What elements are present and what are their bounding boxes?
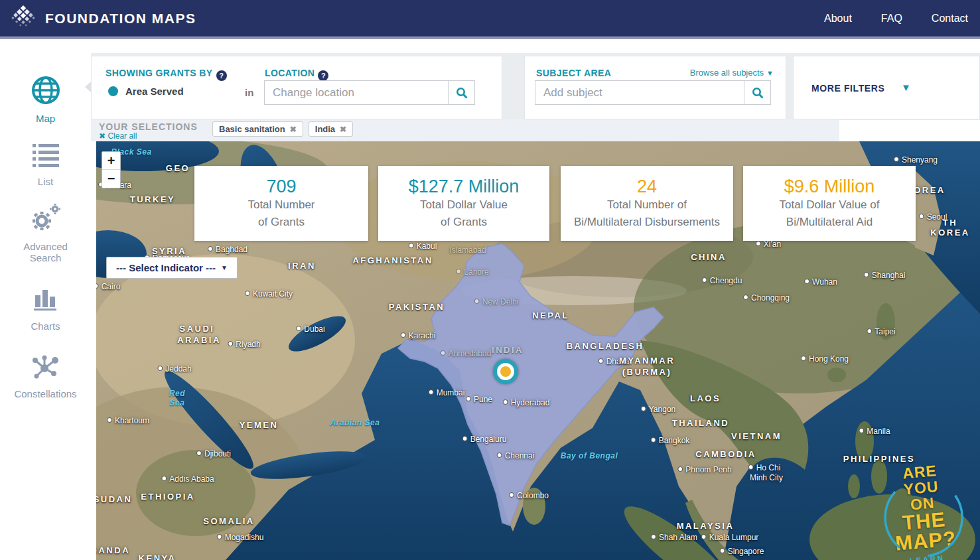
search-icon xyxy=(456,87,468,99)
stat-label: Bi/Multilateral Disbursements xyxy=(561,214,733,231)
stat-label: Total Number of xyxy=(561,196,733,214)
foundation-maps-logo-icon xyxy=(9,4,37,33)
bar-chart-icon xyxy=(33,286,59,313)
stat-label: Total Dollar Value xyxy=(378,196,549,214)
help-icon[interactable]: ? xyxy=(318,70,328,81)
showing-grants-by-label: SHOWING GRANTS BY xyxy=(105,68,213,78)
stat-value: $9.6 Million xyxy=(743,176,916,196)
stat-label: Bi/Multilateral Aid xyxy=(743,214,916,231)
stat-label: Total Number xyxy=(194,196,368,214)
are-you-on-the-map-badge[interactable]: ARE YOU ON THE MAP? LEARN HOW xyxy=(888,461,959,560)
list-icon xyxy=(33,144,59,168)
stat-card-bimultilateral-aid: $9.6 Million Total Dollar Value of Bi/Mu… xyxy=(743,166,916,241)
sidebar-item-label: Advanced xyxy=(0,241,91,252)
chevron-down-icon[interactable]: ▼ xyxy=(901,82,911,93)
sidebar-item-label: List xyxy=(0,176,91,187)
more-filters-panel: MORE FILTERS ▼ xyxy=(793,56,980,119)
area-served-label: Area Served xyxy=(125,86,184,97)
more-filters-button[interactable]: MORE FILTERS xyxy=(811,83,884,94)
browse-all-subjects-link[interactable]: Browse all subjects▼ xyxy=(690,68,774,78)
brand-name: FOUNDATION MAPS xyxy=(45,11,196,27)
subject-area-panel: SUBJECT AREA Browse all subjects▼ xyxy=(524,56,786,119)
sidebar-item-map[interactable]: Map xyxy=(0,76,91,124)
stat-card-total-grants: 709 Total Number of Grants xyxy=(194,166,368,241)
stat-value: 24 xyxy=(561,176,733,196)
stat-label: of Grants xyxy=(194,214,368,231)
grants-by-location-panel: SHOWING GRANTS BY? Area Served in LOCATI… xyxy=(91,56,502,119)
sidebar-item-charts[interactable]: Charts xyxy=(0,286,91,332)
location-search-button[interactable] xyxy=(448,80,475,105)
selection-tag[interactable]: Basic sanitation✖ xyxy=(212,121,303,137)
help-icon[interactable]: ? xyxy=(216,70,227,81)
gears-icon xyxy=(30,204,62,233)
map-zoom-control: + − xyxy=(102,151,121,188)
sidebar-item-list[interactable]: List xyxy=(0,144,91,187)
your-selections-bar: YOUR SELECTIONS ✖ Clear all Basic sanita… xyxy=(91,119,839,141)
clear-all-link[interactable]: ✖ Clear all xyxy=(99,131,137,141)
sidebar: Map List Advanced xyxy=(0,39,91,560)
nav-links: AboutFAQContact xyxy=(824,13,968,25)
search-icon xyxy=(752,87,764,99)
select-indicator-dropdown[interactable]: --- Select Indicator ---▼ xyxy=(106,257,238,279)
stat-label: of Grants xyxy=(378,214,549,231)
selection-tags: Basic sanitation✖India✖ xyxy=(212,121,353,137)
brand[interactable]: FOUNDATION MAPS xyxy=(9,4,196,33)
sidebar-item-advanced-search[interactable]: Advanced Search xyxy=(0,204,91,263)
marker-core xyxy=(500,366,511,377)
navbar-underline xyxy=(0,36,980,39)
globe-icon xyxy=(31,76,60,105)
sidebar-item-label: Charts xyxy=(0,320,91,332)
nav-link[interactable]: FAQ xyxy=(881,13,902,25)
grant-cluster-marker[interactable] xyxy=(493,359,518,384)
constellation-icon xyxy=(31,354,60,380)
conjunction-in: in xyxy=(245,87,253,98)
selection-tag[interactable]: India✖ xyxy=(309,121,353,137)
stat-label: Total Dollar Value of xyxy=(743,196,916,214)
nav-link[interactable]: About xyxy=(824,13,852,25)
location-label: LOCATION xyxy=(265,68,315,78)
sidebar-item-constellations[interactable]: Constellations xyxy=(0,354,91,399)
chevron-down-icon: ▼ xyxy=(766,69,774,77)
subject-input[interactable] xyxy=(535,80,744,105)
zoom-in-button[interactable]: + xyxy=(102,152,120,170)
sidebar-item-label: Map xyxy=(0,113,91,124)
top-navbar: FOUNDATION MAPS AboutFAQContact xyxy=(0,0,980,36)
subject-area-label: SUBJECT AREA xyxy=(536,68,611,78)
filters-extension-panel xyxy=(838,120,980,141)
subject-search-button[interactable] xyxy=(744,80,771,105)
stat-card-bimultilateral-disbursements: 24 Total Number of Bi/Multilateral Disbu… xyxy=(561,166,733,241)
area-served-radio[interactable] xyxy=(108,86,118,96)
stat-value: 709 xyxy=(194,176,368,196)
clear-x-icon: ✖ xyxy=(99,131,105,141)
remove-tag-icon[interactable]: ✖ xyxy=(290,125,297,134)
location-input[interactable] xyxy=(264,80,448,105)
stat-card-dollar-value: $127.7 Million Total Dollar Value of Gra… xyxy=(378,166,549,241)
stat-value: $127.7 Million xyxy=(378,176,549,196)
promo-circle-icon xyxy=(870,467,977,560)
zoom-out-button[interactable]: − xyxy=(102,170,120,188)
remove-tag-icon[interactable]: ✖ xyxy=(340,125,346,134)
sidebar-item-label: Search xyxy=(0,252,91,263)
chevron-down-icon: ▼ xyxy=(221,264,228,271)
nav-link[interactable]: Contact xyxy=(932,13,968,25)
sidebar-item-label: Constellations xyxy=(0,388,91,399)
your-selections-label: YOUR SELECTIONS xyxy=(99,121,198,132)
page: FOUNDATION MAPS AboutFAQContact Map xyxy=(0,0,980,560)
